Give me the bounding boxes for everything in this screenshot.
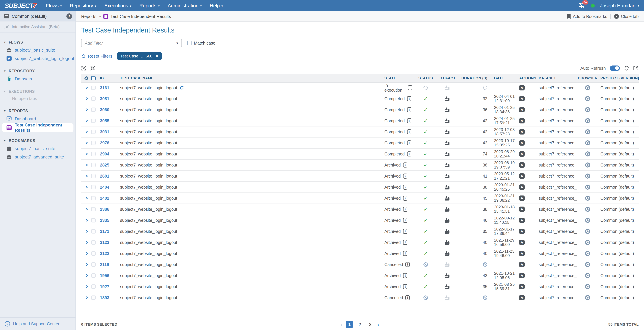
expand-row-icon[interactable] xyxy=(84,219,88,221)
actions-log-icon[interactable]: A xyxy=(519,151,524,157)
help-support-link[interactable]: ? Help and Support Center xyxy=(0,317,76,330)
test-case-id-link[interactable]: 2404 xyxy=(100,185,109,190)
section-title-flows[interactable]: ▾FLOWS xyxy=(0,38,76,46)
info-icon[interactable]: i xyxy=(403,251,407,256)
row-checkbox[interactable] xyxy=(91,163,96,167)
test-case-id-link[interactable]: 3081 xyxy=(100,96,109,101)
expand-row-icon[interactable] xyxy=(84,131,88,133)
test-case-id-link[interactable]: 2122 xyxy=(100,251,109,256)
artifacts-icon[interactable] xyxy=(445,163,450,167)
artifacts-icon[interactable] xyxy=(445,141,450,145)
next-page-button[interactable]: › xyxy=(377,321,379,328)
actions-log-icon[interactable]: A xyxy=(519,195,524,201)
test-case-id-link[interactable]: 1893 xyxy=(100,295,109,300)
row-checkbox[interactable] xyxy=(91,229,96,233)
table-row[interactable]: 1893subject7_website_login_logoutCancell… xyxy=(81,292,639,303)
menu-help[interactable]: Help▾ xyxy=(210,3,223,8)
actions-log-icon[interactable]: A xyxy=(519,96,524,101)
expand-row-icon[interactable] xyxy=(84,263,88,266)
table-row[interactable]: 3055subject7_website_login_logoutComplet… xyxy=(81,115,639,127)
actions-log-icon[interactable]: A xyxy=(519,85,524,90)
expand-row-icon[interactable] xyxy=(84,208,88,210)
info-icon[interactable]: i xyxy=(407,96,412,101)
section-title-executions[interactable]: ▾EXECUTIONS xyxy=(0,88,76,95)
artifacts-icon[interactable] xyxy=(445,251,450,256)
info-icon[interactable]: i xyxy=(407,107,412,112)
sidebar-item-test-case-independent-results[interactable]: Test Case Independent Results xyxy=(2,123,74,132)
artifacts-icon[interactable] xyxy=(445,96,450,101)
table-row[interactable]: 1956subject7_website_login_logoutArchive… xyxy=(81,270,639,281)
test-case-id-link[interactable]: 2171 xyxy=(100,229,109,234)
row-checkbox[interactable] xyxy=(91,207,96,211)
info-icon[interactable]: i xyxy=(403,240,407,245)
row-checkbox[interactable] xyxy=(91,174,96,178)
row-checkbox[interactable] xyxy=(91,218,96,222)
remove-filter-icon[interactable]: ✕ xyxy=(156,54,158,58)
row-checkbox[interactable] xyxy=(91,152,96,156)
add-to-bookmarks-button[interactable]: Add to Bookmarks xyxy=(567,14,607,19)
row-checkbox[interactable] xyxy=(91,97,96,101)
actions-log-icon[interactable]: A xyxy=(519,251,524,256)
column-header-actions[interactable]: ACTIONS xyxy=(518,76,537,80)
interactive-assistant-link[interactable]: Interactive Assistant (Beta) xyxy=(0,21,76,32)
info-icon[interactable]: i xyxy=(403,196,407,201)
expand-row-icon[interactable] xyxy=(84,142,88,144)
prev-page-button[interactable]: ‹ xyxy=(341,321,343,328)
auto-refresh-toggle[interactable] xyxy=(610,65,620,71)
row-checkbox[interactable] xyxy=(91,284,96,289)
column-header-name[interactable]: TEST CASE NAME xyxy=(120,76,382,80)
table-row[interactable]: 2681subject7_website_login_logoutArchive… xyxy=(81,171,639,182)
expand-row-icon[interactable] xyxy=(84,297,88,299)
actions-log-icon[interactable]: A xyxy=(519,262,524,267)
row-checkbox[interactable] xyxy=(91,273,96,278)
test-case-id-link[interactable]: 1927 xyxy=(100,284,109,289)
info-icon[interactable]: i xyxy=(405,262,410,267)
column-header-project[interactable]: PROJECT (VERSION) xyxy=(599,76,639,80)
actions-log-icon[interactable]: A xyxy=(519,284,524,289)
expand-row-icon[interactable] xyxy=(84,109,88,111)
table-row[interactable]: 2122subject7_website_login_logoutArchive… xyxy=(81,248,639,259)
info-icon[interactable]: i xyxy=(407,129,412,134)
artifacts-icon[interactable] xyxy=(445,240,450,245)
test-case-id-link[interactable]: 2825 xyxy=(100,163,109,167)
row-checkbox[interactable] xyxy=(91,262,96,267)
artifacts-icon[interactable] xyxy=(445,107,450,112)
row-checkbox[interactable] xyxy=(91,240,96,245)
column-settings[interactable] xyxy=(81,76,91,81)
table-row[interactable]: 2825subject7_website_login_logoutArchive… xyxy=(81,160,639,171)
actions-log-icon[interactable]: A xyxy=(519,295,524,300)
column-header-artifacts[interactable]: ARTIFACTS xyxy=(439,76,456,80)
test-case-id-link[interactable]: 3060 xyxy=(100,107,109,112)
close-tab-button[interactable]: ✕ Close tab xyxy=(614,14,639,19)
add-filter-select[interactable]: Add Filter ▾ xyxy=(81,39,182,47)
info-icon[interactable]: i xyxy=(403,185,407,190)
app-logo[interactable]: SUBJECT7 xyxy=(5,2,36,10)
test-case-id-link[interactable]: 2904 xyxy=(100,152,109,157)
actions-log-icon[interactable]: A xyxy=(519,162,524,168)
page-button-3[interactable]: 3 xyxy=(367,321,374,328)
row-checkbox[interactable] xyxy=(91,141,96,145)
row-checkbox[interactable] xyxy=(91,108,96,112)
actions-log-icon[interactable]: A xyxy=(519,218,524,223)
expand-row-icon[interactable] xyxy=(84,186,88,188)
artifacts-icon[interactable] xyxy=(445,174,450,178)
actions-log-icon[interactable]: A xyxy=(519,140,524,146)
menu-flows[interactable]: Flows▾ xyxy=(46,3,62,8)
menu-repository[interactable]: Repository▾ xyxy=(70,3,96,8)
info-icon[interactable]: i xyxy=(403,273,407,278)
expand-row-icon[interactable] xyxy=(84,175,88,177)
artifacts-icon[interactable] xyxy=(445,118,450,123)
section-title-repository[interactable]: ▾REPOSITORY xyxy=(0,67,76,75)
artifacts-icon[interactable] xyxy=(445,207,450,212)
sidebar-item-subject7-website-login-logout[interactable]: Asubject7_website_login_logout xyxy=(2,54,74,63)
collapse-all-button[interactable] xyxy=(90,66,95,71)
actions-log-icon[interactable]: A xyxy=(519,184,524,190)
row-checkbox[interactable] xyxy=(91,130,96,134)
test-case-id-link[interactable]: 2978 xyxy=(100,141,109,145)
section-title-bookmarks[interactable]: ▾BOOKMARKS xyxy=(0,137,76,144)
artifacts-icon[interactable] xyxy=(445,196,450,200)
user-menu[interactable]: Joseph Hamdan ▾ xyxy=(600,3,639,8)
info-icon[interactable]: i xyxy=(408,85,412,90)
actions-log-icon[interactable]: A xyxy=(519,229,524,234)
row-checkbox[interactable] xyxy=(91,86,96,90)
